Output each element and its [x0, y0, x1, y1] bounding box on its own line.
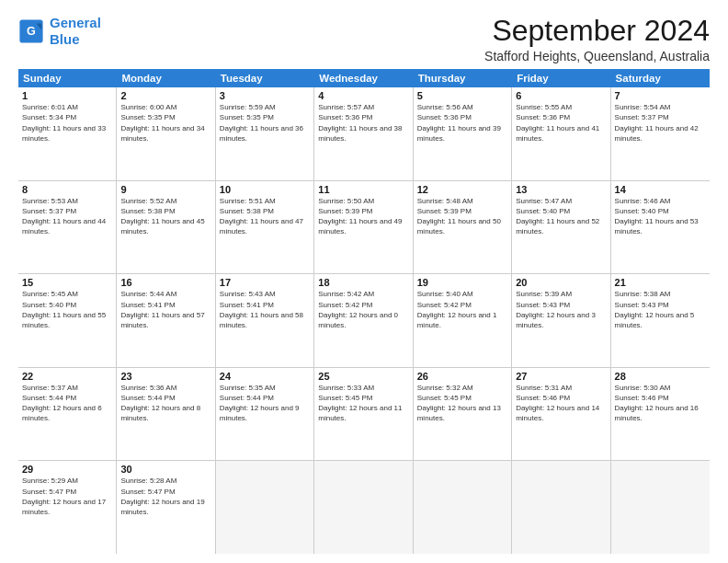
cell-info: Sunrise: 5:35 AM Sunset: 5:44 PM Dayligh…: [220, 383, 310, 424]
cell-empty-4: [512, 461, 610, 554]
cell-10: 10 Sunrise: 5:51 AM Sunset: 5:38 PM Dayl…: [216, 181, 314, 274]
week-5: 29 Sunrise: 5:29 AM Sunset: 5:47 PM Dayl…: [18, 461, 710, 554]
cell-8: 8 Sunrise: 5:53 AM Sunset: 5:37 PM Dayli…: [18, 181, 117, 274]
cell-info: Sunrise: 5:59 AM Sunset: 5:35 PM Dayligh…: [220, 102, 310, 144]
cell-info: Sunrise: 5:55 AM Sunset: 5:36 PM Dayligh…: [516, 102, 606, 144]
cell-info: Sunrise: 5:29 AM Sunset: 5:47 PM Dayligh…: [22, 476, 112, 517]
cell-12: 12 Sunrise: 5:48 AM Sunset: 5:39 PM Dayl…: [414, 181, 512, 274]
cell-info: Sunrise: 5:28 AM Sunset: 5:47 PM Dayligh…: [120, 476, 210, 517]
cell-5: 5 Sunrise: 5:56 AM Sunset: 5:36 PM Dayli…: [414, 87, 512, 180]
week-2: 8 Sunrise: 5:53 AM Sunset: 5:37 PM Dayli…: [18, 181, 710, 275]
cell-27: 27 Sunrise: 5:31 AM Sunset: 5:46 PM Dayl…: [512, 368, 610, 461]
cell-22: 22 Sunrise: 5:37 AM Sunset: 5:44 PM Dayl…: [18, 368, 117, 461]
cell-empty-3: [414, 461, 512, 554]
cell-info: Sunrise: 5:38 AM Sunset: 5:43 PM Dayligh…: [615, 289, 706, 330]
cell-4: 4 Sunrise: 5:57 AM Sunset: 5:36 PM Dayli…: [314, 87, 413, 180]
logo: G General Blue: [18, 15, 101, 48]
cell-30: 30 Sunrise: 5:28 AM Sunset: 5:47 PM Dayl…: [117, 461, 215, 554]
day-number: 25: [318, 371, 408, 382]
day-number: 1: [22, 90, 112, 101]
day-number: 10: [220, 184, 310, 195]
cell-6: 6 Sunrise: 5:55 AM Sunset: 5:36 PM Dayli…: [512, 87, 610, 180]
cell-20: 20 Sunrise: 5:39 AM Sunset: 5:43 PM Dayl…: [512, 274, 610, 367]
header-wednesday: Wednesday: [314, 69, 413, 87]
cell-info: Sunrise: 5:43 AM Sunset: 5:41 PM Dayligh…: [220, 289, 310, 330]
cell-info: Sunrise: 5:50 AM Sunset: 5:39 PM Dayligh…: [318, 196, 408, 237]
page: G General Blue September 2024 Stafford H…: [0, 0, 728, 563]
day-number: 20: [516, 277, 606, 288]
calendar-header: Sunday Monday Tuesday Wednesday Thursday…: [18, 69, 710, 87]
day-number: 4: [318, 90, 408, 101]
cell-14: 14 Sunrise: 5:46 AM Sunset: 5:40 PM Dayl…: [611, 181, 710, 274]
title-block: September 2024 Stafford Heights, Queensl…: [484, 15, 710, 63]
cell-info: Sunrise: 5:54 AM Sunset: 5:37 PM Dayligh…: [615, 102, 706, 144]
cell-info: Sunrise: 5:32 AM Sunset: 5:45 PM Dayligh…: [417, 383, 507, 424]
cell-info: Sunrise: 5:36 AM Sunset: 5:44 PM Dayligh…: [120, 383, 210, 424]
cell-info: Sunrise: 5:30 AM Sunset: 5:46 PM Dayligh…: [615, 383, 706, 424]
cell-16: 16 Sunrise: 5:44 AM Sunset: 5:41 PM Dayl…: [117, 274, 215, 367]
cell-info: Sunrise: 5:52 AM Sunset: 5:38 PM Dayligh…: [120, 196, 210, 237]
cell-2: 2 Sunrise: 6:00 AM Sunset: 5:35 PM Dayli…: [117, 87, 215, 180]
day-number: 7: [615, 90, 706, 101]
cell-29: 29 Sunrise: 5:29 AM Sunset: 5:47 PM Dayl…: [18, 461, 117, 554]
cell-23: 23 Sunrise: 5:36 AM Sunset: 5:44 PM Dayl…: [117, 368, 215, 461]
cell-3: 3 Sunrise: 5:59 AM Sunset: 5:35 PM Dayli…: [216, 87, 314, 180]
subtitle: Stafford Heights, Queensland, Australia: [484, 49, 710, 63]
cell-24: 24 Sunrise: 5:35 AM Sunset: 5:44 PM Dayl…: [216, 368, 314, 461]
day-number: 26: [417, 371, 507, 382]
calendar-body: 1 Sunrise: 6:01 AM Sunset: 5:34 PM Dayli…: [18, 87, 710, 554]
day-number: 21: [615, 277, 706, 288]
calendar: Sunday Monday Tuesday Wednesday Thursday…: [18, 69, 710, 554]
logo-text: General Blue: [50, 15, 101, 48]
month-title: September 2024: [484, 15, 710, 47]
day-number: 12: [417, 184, 507, 195]
day-number: 24: [220, 371, 310, 382]
header-saturday: Saturday: [611, 69, 710, 87]
day-number: 27: [516, 371, 606, 382]
cell-19: 19 Sunrise: 5:40 AM Sunset: 5:42 PM Dayl…: [414, 274, 512, 367]
cell-empty-2: [314, 461, 413, 554]
header-monday: Monday: [117, 69, 215, 87]
cell-info: Sunrise: 5:51 AM Sunset: 5:38 PM Dayligh…: [220, 196, 310, 237]
day-number: 28: [615, 371, 706, 382]
header-tuesday: Tuesday: [216, 69, 314, 87]
week-1: 1 Sunrise: 6:01 AM Sunset: 5:34 PM Dayli…: [18, 87, 710, 181]
cell-info: Sunrise: 5:57 AM Sunset: 5:36 PM Dayligh…: [318, 102, 408, 144]
day-number: 6: [516, 90, 606, 101]
day-number: 3: [220, 90, 310, 101]
cell-1: 1 Sunrise: 6:01 AM Sunset: 5:34 PM Dayli…: [18, 87, 117, 180]
day-number: 23: [120, 371, 210, 382]
day-number: 9: [120, 184, 210, 195]
cell-18: 18 Sunrise: 5:42 AM Sunset: 5:42 PM Dayl…: [314, 274, 413, 367]
cell-25: 25 Sunrise: 5:33 AM Sunset: 5:45 PM Dayl…: [314, 368, 413, 461]
week-3: 15 Sunrise: 5:45 AM Sunset: 5:40 PM Dayl…: [18, 274, 710, 368]
day-number: 2: [120, 90, 210, 101]
header-friday: Friday: [512, 69, 610, 87]
cell-info: Sunrise: 6:01 AM Sunset: 5:34 PM Dayligh…: [22, 102, 112, 144]
day-number: 11: [318, 184, 408, 195]
cell-info: Sunrise: 5:46 AM Sunset: 5:40 PM Dayligh…: [615, 196, 706, 237]
day-number: 29: [22, 464, 112, 475]
cell-info: Sunrise: 5:45 AM Sunset: 5:40 PM Dayligh…: [22, 289, 112, 330]
cell-empty-5: [611, 461, 710, 554]
cell-info: Sunrise: 5:53 AM Sunset: 5:37 PM Dayligh…: [22, 196, 112, 237]
logo-line1: General: [50, 15, 101, 30]
cell-info: Sunrise: 5:40 AM Sunset: 5:42 PM Dayligh…: [417, 289, 507, 330]
header: G General Blue September 2024 Stafford H…: [18, 15, 710, 63]
week-4: 22 Sunrise: 5:37 AM Sunset: 5:44 PM Dayl…: [18, 368, 710, 462]
cell-info: Sunrise: 5:42 AM Sunset: 5:42 PM Dayligh…: [318, 289, 408, 330]
day-number: 30: [120, 464, 210, 475]
day-number: 17: [220, 277, 310, 288]
cell-info: Sunrise: 5:48 AM Sunset: 5:39 PM Dayligh…: [417, 196, 507, 237]
logo-line2: Blue: [50, 31, 80, 47]
cell-info: Sunrise: 5:31 AM Sunset: 5:46 PM Dayligh…: [516, 383, 606, 424]
cell-15: 15 Sunrise: 5:45 AM Sunset: 5:40 PM Dayl…: [18, 274, 117, 367]
day-number: 22: [22, 371, 112, 382]
cell-17: 17 Sunrise: 5:43 AM Sunset: 5:41 PM Dayl…: [216, 274, 314, 367]
cell-info: Sunrise: 6:00 AM Sunset: 5:35 PM Dayligh…: [120, 102, 210, 144]
cell-info: Sunrise: 5:47 AM Sunset: 5:40 PM Dayligh…: [516, 196, 606, 237]
day-number: 15: [22, 277, 112, 288]
cell-21: 21 Sunrise: 5:38 AM Sunset: 5:43 PM Dayl…: [611, 274, 710, 367]
cell-13: 13 Sunrise: 5:47 AM Sunset: 5:40 PM Dayl…: [512, 181, 610, 274]
day-number: 18: [318, 277, 408, 288]
